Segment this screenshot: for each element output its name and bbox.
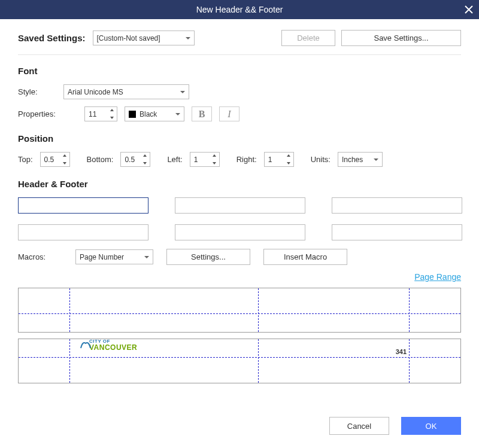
header-right-input[interactable] (332, 197, 462, 214)
footer-right-input[interactable] (332, 224, 462, 240)
macros-label: Macros: (18, 252, 72, 261)
font-color-value: Black (140, 110, 157, 118)
ok-button[interactable]: OK (401, 417, 461, 435)
left-value: 1 (194, 156, 198, 164)
footer-left-input[interactable] (18, 224, 148, 240)
chevron-down-icon[interactable] (213, 162, 216, 164)
font-size-value: 11 (89, 110, 96, 118)
font-size-stepper[interactable]: 11 (84, 106, 117, 121)
units-select[interactable]: Inches (338, 152, 383, 167)
dialog-title: New Header && Footer (196, 5, 283, 14)
left-stepper[interactable]: 1 (190, 152, 220, 167)
chevron-down-icon[interactable] (63, 162, 66, 164)
header-footer-section-title: Header & Footer (18, 179, 461, 189)
font-section-title: Font (18, 66, 461, 76)
cancel-button[interactable]: Cancel (329, 417, 389, 435)
chevron-up-icon[interactable] (110, 109, 114, 111)
page-range-link[interactable]: Page Range (414, 272, 461, 282)
close-button[interactable] (463, 4, 474, 15)
save-settings-button[interactable]: Save Settings... (341, 30, 461, 46)
right-label: Right: (237, 155, 257, 164)
position-section-title: Position (18, 133, 461, 144)
right-value: 1 (268, 156, 272, 164)
font-style-select[interactable]: Arial Unicode MS (63, 84, 189, 99)
right-stepper[interactable]: 1 (264, 152, 294, 167)
chevron-down-icon[interactable] (143, 162, 147, 164)
font-style-value: Arial Unicode MS (68, 88, 123, 96)
saved-settings-label: Saved Settings: (18, 33, 86, 43)
macro-settings-button[interactable]: Settings... (166, 249, 250, 265)
font-color-select[interactable]: Black (125, 106, 184, 121)
header-left-input[interactable] (18, 197, 148, 214)
chevron-up-icon[interactable] (143, 154, 147, 157)
footer-preview: CITY OF VANCOUVER 341 (18, 339, 461, 383)
saved-settings-value: [Custom-Not saved] (97, 34, 160, 42)
macros-select[interactable]: Page Number (75, 249, 153, 264)
top-value: 0.5 (44, 156, 54, 164)
divider (18, 54, 461, 55)
left-label: Left: (167, 155, 182, 164)
saved-settings-select[interactable]: [Custom-Not saved] (93, 31, 195, 45)
chevron-up-icon[interactable] (287, 154, 290, 157)
bottom-label: Bottom: (87, 155, 114, 164)
top-stepper[interactable]: 0.5 (40, 152, 70, 167)
chevron-down-icon[interactable] (110, 117, 114, 119)
units-value: Inches (342, 156, 363, 164)
close-icon (465, 5, 473, 14)
macros-value: Page Number (80, 253, 124, 261)
chevron-down-icon[interactable] (287, 162, 290, 164)
footer-center-input[interactable] (175, 224, 305, 240)
chevron-up-icon[interactable] (63, 154, 66, 157)
header-preview (18, 288, 461, 333)
bottom-value: 0.5 (125, 156, 135, 164)
italic-button[interactable]: I (219, 106, 240, 121)
insert-macro-button[interactable]: Insert Macro (263, 249, 347, 265)
bottom-stepper[interactable]: 0.5 (120, 152, 150, 167)
bold-button[interactable]: B (192, 106, 212, 121)
chevron-up-icon[interactable] (213, 154, 216, 157)
color-swatch (129, 111, 136, 118)
style-label: Style: (18, 87, 60, 96)
units-label: Units: (311, 155, 331, 164)
preview-page-number: 341 (396, 348, 407, 355)
top-label: Top: (18, 155, 33, 164)
header-center-input[interactable] (175, 197, 305, 214)
delete-button[interactable]: Delete (281, 30, 335, 46)
preview-logo: CITY OF VANCOUVER (89, 339, 137, 351)
properties-label: Properties: (18, 109, 81, 118)
titlebar: New Header && Footer (0, 0, 479, 19)
